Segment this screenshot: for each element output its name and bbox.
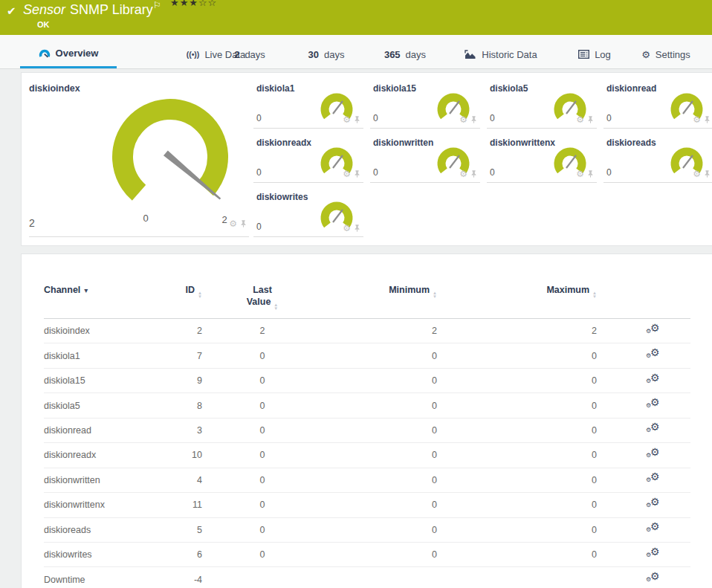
tab-settings[interactable]: ⚙ Settings (628, 40, 704, 68)
gauge-needle (566, 101, 576, 114)
table-row[interactable]: Downtime -4 ⚙⚙ (44, 567, 690, 588)
sort-icon: ▲▼ (433, 291, 437, 299)
gear-icon[interactable]: ⚙ (576, 115, 584, 124)
pin-icon[interactable] (470, 115, 478, 124)
channel-settings-icon[interactable]: ⚙⚙ (646, 473, 661, 485)
stars-filled: ★★★ (170, 0, 198, 8)
table-row[interactable]: diskiola15 9 0 0 0 ⚙⚙ (44, 368, 690, 392)
gauge-channel-name: diskiola1 (256, 83, 294, 94)
table-row[interactable]: diskioindex 2 2 2 2 ⚙⚙ (44, 319, 690, 343)
gauge-cell: diskionwritten 0 ⚙ (370, 129, 480, 183)
small-gauges-grid: diskiola1 0 ⚙ diskiola15 0 ⚙ diskiola5 0… (253, 74, 712, 237)
gauge-value: 0 (490, 167, 495, 178)
column-header-channel[interactable]: Channel▾ (44, 281, 159, 319)
channel-name[interactable]: diskioreads (44, 517, 159, 542)
table-row[interactable]: diskiowrites 6 0 0 0 ⚙⚙ (44, 542, 690, 566)
channel-name[interactable]: diskiola15 (44, 368, 159, 392)
channel-name[interactable]: diskionreadx (44, 443, 159, 468)
pin-icon[interactable] (470, 169, 478, 178)
gauge-needle (683, 101, 693, 114)
channel-settings-icon[interactable]: ⚙⚙ (646, 572, 661, 584)
channel-maximum: 0 (437, 368, 597, 392)
channel-name[interactable]: diskionread (44, 418, 159, 442)
gear-icon[interactable]: ⚙ (343, 169, 351, 178)
column-header-id[interactable]: ID▲▼ (159, 281, 202, 319)
gauge-cell: diskionread 0 ⚙ (603, 74, 712, 129)
channel-minimum: 0 (323, 393, 437, 418)
channel-settings-icon[interactable]: ⚙⚙ (646, 523, 661, 534)
channel-maximum: 0 (437, 343, 597, 368)
gauge-dial (100, 86, 241, 227)
area-chart-icon (465, 50, 476, 59)
table-row[interactable]: diskionreadx 10 0 0 0 ⚙⚙ (44, 443, 690, 468)
channel-settings-icon[interactable]: ⚙⚙ (646, 448, 661, 460)
channel-maximum: 0 (437, 542, 597, 566)
gear-icon[interactable]: ⚙ (693, 115, 701, 124)
priority-star-rating[interactable]: ★★★☆☆ (170, 0, 217, 8)
tab-number: 2 (234, 49, 239, 60)
flag-icon[interactable]: ⚐ (153, 0, 161, 10)
channel-settings-icon[interactable]: ⚙⚙ (646, 398, 661, 410)
gear-icon[interactable]: ⚙ (693, 169, 701, 178)
column-header-last-value[interactable]: Last Value▲▼ (202, 281, 323, 319)
table-row[interactable]: diskionread 3 0 0 0 ⚙⚙ (44, 418, 690, 442)
channel-last-value: 0 (202, 443, 323, 468)
column-header-actions (597, 281, 690, 319)
channel-settings-icon[interactable]: ⚙⚙ (646, 498, 661, 510)
table-header-row: Channel▾ ID▲▼ Last Value▲▼ Minimum▲▼ Max… (44, 281, 690, 319)
table-row[interactable]: diskiola1 7 0 0 0 ⚙⚙ (44, 343, 690, 368)
gear-icon[interactable]: ⚙ (343, 224, 351, 233)
channel-minimum (323, 567, 437, 588)
pin-icon[interactable] (703, 169, 711, 178)
channel-maximum: 0 (437, 443, 597, 468)
gauge-needle (333, 210, 343, 222)
gauge-needle (333, 155, 343, 168)
channel-name[interactable]: Downtime (44, 567, 159, 588)
gauge-value: 0 (373, 167, 378, 178)
tab-label: Settings (656, 49, 690, 60)
gauge-icon (39, 48, 51, 59)
column-header-maximum[interactable]: Maximum▲▼ (437, 281, 597, 319)
channel-name[interactable]: diskionwritten (44, 468, 159, 492)
pin-icon[interactable] (353, 115, 361, 124)
channel-name[interactable]: diskiowrites (44, 542, 159, 566)
table-row[interactable]: diskiola5 8 0 0 0 ⚙⚙ (44, 393, 690, 418)
channel-id: -4 (159, 567, 202, 588)
tab-2-days[interactable]: 2 days (223, 40, 276, 68)
gear-icon[interactable]: ⚙ (459, 115, 467, 124)
channel-settings-icon[interactable]: ⚙⚙ (646, 423, 661, 435)
table-row[interactable]: diskionwritten 4 0 0 0 ⚙⚙ (44, 468, 690, 492)
channel-id: 2 (159, 319, 202, 343)
channel-name[interactable]: diskiola1 (44, 343, 159, 368)
gauge-value: 0 (373, 113, 378, 123)
gauge-value: 0 (606, 113, 612, 123)
tab-historic-data[interactable]: Historic Data (455, 40, 547, 68)
channel-settings-icon[interactable]: ⚙⚙ (646, 374, 661, 386)
tab-log[interactable]: Log (571, 40, 618, 68)
pin-icon[interactable] (239, 219, 247, 228)
channel-name[interactable]: diskionwrittenx (44, 493, 159, 517)
gauge-needle (450, 101, 459, 114)
gear-icon[interactable]: ⚙ (576, 169, 584, 178)
pin-icon[interactable] (353, 169, 361, 178)
gear-icon[interactable]: ⚙ (229, 219, 237, 228)
channel-name[interactable]: diskioindex (44, 319, 159, 343)
channel-name[interactable]: diskiola5 (44, 393, 159, 418)
pin-icon[interactable] (353, 224, 361, 233)
table-row[interactable]: diskioreads 5 0 0 0 ⚙⚙ (44, 517, 690, 542)
table-row[interactable]: diskionwrittenx 11 0 0 0 ⚙⚙ (44, 493, 690, 517)
channel-settings-icon[interactable]: ⚙⚙ (646, 349, 661, 361)
pin-icon[interactable] (703, 115, 711, 124)
gear-icon[interactable]: ⚙ (343, 115, 351, 124)
channel-settings-icon[interactable]: ⚙⚙ (646, 324, 661, 336)
gauge-value: 0 (256, 113, 262, 123)
column-header-minimum[interactable]: Minimum▲▼ (323, 281, 437, 319)
tab-30-days[interactable]: 30 days (300, 40, 353, 68)
channel-settings-icon[interactable]: ⚙⚙ (646, 548, 661, 560)
tab-365-days[interactable]: 365 days (374, 40, 436, 68)
gear-icon[interactable]: ⚙ (459, 169, 467, 178)
pin-icon[interactable] (586, 115, 595, 124)
sensor-name: SNMP Library (70, 2, 153, 17)
pin-icon[interactable] (586, 169, 595, 178)
tab-overview[interactable]: Overview (20, 40, 117, 68)
